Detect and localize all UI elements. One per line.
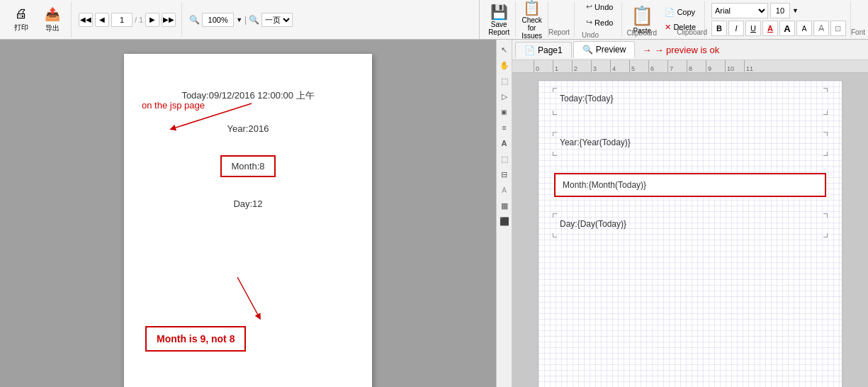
text-tool-button[interactable]: A bbox=[497, 136, 512, 150]
report-group-label: Report bbox=[548, 28, 570, 36]
font-family-select[interactable]: Arial bbox=[711, 3, 768, 18]
export-button[interactable]: 📤 导出 bbox=[38, 4, 67, 35]
export-label: 导出 bbox=[45, 23, 60, 33]
search2-icon: 🔍 bbox=[249, 15, 259, 25]
select-tool-button[interactable]: ↖ bbox=[497, 43, 512, 57]
undo-icon: ↩ bbox=[586, 2, 592, 11]
print-button[interactable]: 🖨 打印 bbox=[7, 4, 35, 35]
tool12-button[interactable]: ⬛ bbox=[497, 214, 512, 228]
save-report-icon: 💾 bbox=[490, 4, 508, 21]
bold-button[interactable]: B bbox=[711, 21, 727, 36]
font-group-label: Font bbox=[851, 28, 865, 36]
year-line: Year:2016 bbox=[227, 123, 269, 134]
preview-tab-label: Preview bbox=[596, 45, 626, 55]
month-box: Month:8 bbox=[220, 155, 276, 177]
preview-ok-text: → preview is ok bbox=[654, 45, 719, 55]
ruler: 0 1 2 3 4 5 6 7 8 9 10 11 bbox=[512, 60, 868, 73]
tool11-button[interactable]: ▦ bbox=[497, 198, 512, 213]
undo-group-label: Undo bbox=[582, 31, 617, 39]
undo-button[interactable]: ↩ Undo bbox=[582, 0, 617, 13]
tool10-button[interactable]: A bbox=[497, 183, 512, 197]
editor-page: Today:{Today} Year:{Year(Today)} Month:{… bbox=[538, 80, 842, 387]
view-select[interactable]: 一页 bbox=[261, 13, 293, 27]
vertical-sidebar: ↖ ✋ ⬚ ▷ ▣ ≡ A ⬚ ⊟ A ▦ ⬛ bbox=[496, 40, 512, 387]
preview-tab[interactable]: 🔍 Preview bbox=[573, 41, 636, 58]
view-separator: | bbox=[244, 15, 247, 25]
underline-button[interactable]: U bbox=[745, 21, 761, 36]
search-icon: 🔍 bbox=[189, 15, 200, 25]
delete-icon: ✕ bbox=[665, 23, 671, 32]
preview-ok-note: → → preview is ok bbox=[642, 45, 719, 55]
tool5-button[interactable]: ▣ bbox=[497, 105, 512, 119]
page-number-input[interactable] bbox=[111, 13, 133, 27]
first-page-button[interactable]: ◀◀ bbox=[79, 13, 93, 27]
page-separator: / bbox=[135, 16, 137, 24]
prev-page-button[interactable]: ◀ bbox=[95, 13, 109, 27]
font-strikethrough-button[interactable]: A̶ bbox=[813, 21, 829, 36]
font-expand-button[interactable]: ⊡ bbox=[830, 21, 846, 36]
check-issues-label: Check for Issues bbox=[522, 16, 542, 40]
undo-label: Undo bbox=[594, 3, 613, 11]
svg-line-3 bbox=[237, 277, 259, 316]
italic-button[interactable]: I bbox=[728, 21, 744, 36]
check-issues-icon: 📋 bbox=[523, 0, 541, 16]
day-field: Day:{Day(Today)} bbox=[560, 219, 626, 229]
font-a-small-button[interactable]: A bbox=[796, 21, 812, 36]
paste-icon: 📋 bbox=[631, 5, 653, 27]
save-report-button[interactable]: 💾 Save Report bbox=[483, 1, 516, 38]
print-icon: 🖨 bbox=[15, 6, 28, 21]
check-issues-button[interactable]: 📋 Check for Issues bbox=[516, 1, 548, 38]
tool3-button[interactable]: ⬚ bbox=[497, 74, 512, 88]
year-field: Year:{Year(Today)} bbox=[560, 138, 631, 147]
copy-icon: 📄 bbox=[665, 8, 675, 17]
redo-icon: ↪ bbox=[586, 18, 592, 27]
redo-label: Redo bbox=[594, 18, 613, 27]
page1-tab-icon: 📄 bbox=[524, 45, 535, 55]
zoom-dropdown-icon: ▼ bbox=[236, 16, 242, 23]
page-total: 1 bbox=[139, 16, 143, 24]
redo-button[interactable]: ↪ Redo bbox=[582, 16, 617, 29]
page1-tab-label: Page1 bbox=[538, 45, 563, 55]
font-size-dropdown[interactable]: ▼ bbox=[792, 7, 799, 14]
arrow-icon: → bbox=[642, 45, 651, 55]
annotation-left-text: on the jsp page bbox=[142, 100, 205, 111]
font-size-input[interactable] bbox=[770, 3, 790, 18]
tool4-button[interactable]: ▷ bbox=[497, 89, 512, 103]
page1-tab[interactable]: 📄 Page1 bbox=[515, 42, 572, 58]
hand-tool-button[interactable]: ✋ bbox=[497, 58, 512, 72]
font-group: Arial ▼ B I U A A A A̶ ⊡ bbox=[707, 1, 851, 38]
clipboard-group-label: Clipboard bbox=[626, 29, 657, 37]
last-page-button[interactable]: ▶▶ bbox=[162, 13, 176, 27]
preview-tab-icon: 🔍 bbox=[582, 45, 593, 55]
tabs-bar: 📄 Page1 🔍 Preview → → preview is ok bbox=[512, 40, 868, 60]
annotation-bottom-box: Month is 9, not 8 bbox=[145, 326, 246, 352]
tool6-button[interactable]: ≡ bbox=[497, 120, 512, 135]
font-color-button[interactable]: A bbox=[762, 21, 778, 36]
editor-area[interactable]: Today:{Today} Year:{Year(Today)} Month:{… bbox=[512, 73, 868, 387]
today-field: Today:{Today} bbox=[560, 94, 613, 103]
month-field: Month:{Month(Today)} bbox=[554, 173, 826, 197]
tool9-button[interactable]: ⊟ bbox=[497, 167, 512, 181]
clipboard-label-bottom: Clipboard bbox=[677, 28, 707, 36]
font-aa-button[interactable]: A bbox=[779, 21, 795, 36]
next-page-button[interactable]: ▶ bbox=[145, 13, 159, 27]
export-icon: 📤 bbox=[45, 6, 60, 22]
save-report-label: Save Report bbox=[488, 21, 509, 36]
zoom-input[interactable] bbox=[202, 13, 234, 27]
day-line: Day:12 bbox=[233, 198, 262, 209]
print-label: 打印 bbox=[14, 23, 28, 33]
tool8-button[interactable]: ⬚ bbox=[497, 152, 512, 166]
